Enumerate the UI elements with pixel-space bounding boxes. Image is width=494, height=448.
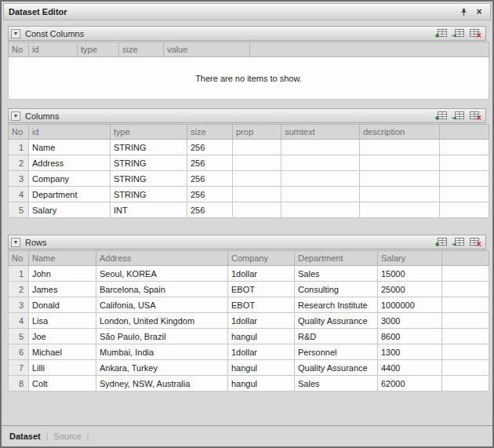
row-number[interactable]: 7 — [9, 360, 29, 376]
delete-row-button[interactable] — [468, 28, 481, 39]
cell[interactable]: Quality Assurance — [295, 313, 378, 329]
column-header[interactable]: No — [9, 42, 29, 57]
row-number[interactable]: 3 — [9, 171, 29, 187]
const-columns-collapse-button[interactable]: ▾ — [11, 29, 20, 38]
column-header[interactable]: No — [9, 251, 29, 266]
cell[interactable]: EBOT — [228, 297, 295, 313]
cell[interactable] — [282, 155, 360, 171]
close-button[interactable]: × — [473, 6, 485, 18]
cell[interactable]: R&D — [295, 329, 378, 344]
cell[interactable] — [282, 202, 360, 218]
cell[interactable]: Barcelona, Spain — [96, 282, 228, 297]
cell[interactable] — [360, 171, 440, 187]
cell[interactable]: Quality Assurance — [295, 360, 378, 376]
const-columns-empty-area[interactable]: There are no items to show. — [8, 57, 489, 100]
cell[interactable]: Department — [29, 187, 111, 202]
cell[interactable]: Donald — [29, 297, 96, 313]
row-number[interactable]: 1 — [9, 140, 29, 155]
cell[interactable]: Research Institute — [295, 297, 378, 313]
cell[interactable] — [360, 155, 440, 171]
cell[interactable]: Seoul, KOREA — [96, 266, 228, 282]
cell[interactable]: INT — [111, 202, 187, 218]
add-row-button[interactable] — [434, 111, 447, 122]
cell[interactable]: Sales — [295, 266, 378, 282]
cell[interactable] — [233, 187, 282, 202]
cell[interactable]: 1300 — [378, 344, 442, 360]
column-header[interactable]: Salary — [378, 251, 442, 266]
cell[interactable]: Mumbai, India — [96, 344, 228, 360]
column-header[interactable]: type — [111, 125, 187, 140]
row-number[interactable]: 2 — [9, 282, 29, 297]
cell[interactable]: Salary — [29, 202, 111, 218]
delete-row-button[interactable] — [468, 111, 481, 122]
cell[interactable]: hangul — [228, 376, 295, 392]
cell[interactable]: STRING — [111, 171, 187, 187]
column-header[interactable]: value — [164, 42, 250, 57]
row-number[interactable]: 4 — [9, 187, 29, 202]
tab-dataset[interactable]: Dataset — [9, 432, 41, 441]
cell[interactable] — [282, 171, 360, 187]
cell[interactable]: John — [29, 266, 96, 282]
column-header[interactable]: id — [29, 42, 78, 57]
cell[interactable]: 256 — [187, 187, 233, 202]
row-number[interactable]: 6 — [9, 344, 29, 360]
cell[interactable]: 25000 — [378, 282, 442, 297]
cell[interactable]: Lisa — [29, 313, 96, 329]
cell[interactable]: 256 — [187, 171, 233, 187]
rows-collapse-button[interactable]: ▾ — [11, 238, 20, 247]
column-header[interactable]: prop — [233, 125, 282, 140]
row-number[interactable]: 4 — [9, 313, 29, 329]
cell[interactable] — [360, 140, 440, 155]
cell[interactable] — [233, 155, 282, 171]
cell[interactable]: EBOT — [228, 282, 295, 297]
column-header[interactable]: Company — [228, 251, 295, 266]
insert-row-button[interactable] — [451, 237, 464, 248]
cell[interactable]: 4400 — [378, 360, 442, 376]
insert-row-button[interactable] — [451, 111, 464, 122]
cell[interactable]: STRING — [111, 155, 187, 171]
cell[interactable]: James — [29, 282, 96, 297]
row-number[interactable]: 5 — [9, 202, 29, 218]
delete-row-button[interactable] — [468, 237, 481, 248]
cell[interactable] — [360, 187, 440, 202]
cell[interactable]: Sales — [295, 376, 378, 392]
cell[interactable]: 256 — [187, 155, 233, 171]
cell[interactable]: STRING — [111, 187, 187, 202]
cell[interactable]: hangul — [228, 329, 295, 344]
cell[interactable] — [233, 171, 282, 187]
cell[interactable]: 3000 — [378, 313, 442, 329]
cell[interactable] — [282, 140, 360, 155]
tab-source[interactable]: Source — [54, 432, 82, 441]
row-number[interactable]: 2 — [9, 155, 29, 171]
column-header[interactable]: size — [187, 125, 233, 140]
add-row-button[interactable] — [434, 237, 447, 248]
cell[interactable]: Sydney, NSW, Australia — [96, 376, 228, 392]
insert-row-button[interactable] — [451, 28, 464, 39]
cell[interactable]: 62000 — [378, 376, 442, 392]
cell[interactable]: 256 — [187, 140, 233, 155]
column-header[interactable]: size — [119, 42, 164, 57]
column-header[interactable]: Address — [96, 251, 228, 266]
cell[interactable]: 1dollar — [228, 313, 295, 329]
cell[interactable]: hangul — [228, 360, 295, 376]
column-header[interactable]: No — [9, 125, 29, 140]
cell[interactable] — [233, 202, 282, 218]
cell[interactable]: 1000000 — [378, 297, 442, 313]
column-header[interactable]: sumtext — [282, 125, 360, 140]
cell[interactable]: 15000 — [378, 266, 442, 282]
cell[interactable] — [233, 140, 282, 155]
cell[interactable]: Joe — [29, 329, 96, 344]
cell[interactable] — [360, 202, 440, 218]
cell[interactable]: Personnel — [295, 344, 378, 360]
cell[interactable]: 1dollar — [228, 266, 295, 282]
cell[interactable]: 8600 — [378, 329, 442, 344]
cell[interactable]: Lilli — [29, 360, 96, 376]
row-number[interactable]: 5 — [9, 329, 29, 344]
cell[interactable]: 1dollar — [228, 344, 295, 360]
column-header[interactable]: Department — [295, 251, 378, 266]
column-header[interactable]: id — [29, 125, 111, 140]
cell[interactable]: São Paulo, Brazil — [96, 329, 228, 344]
cell[interactable]: Colt — [29, 376, 96, 392]
cell[interactable]: Address — [29, 155, 111, 171]
cell[interactable] — [282, 187, 360, 202]
